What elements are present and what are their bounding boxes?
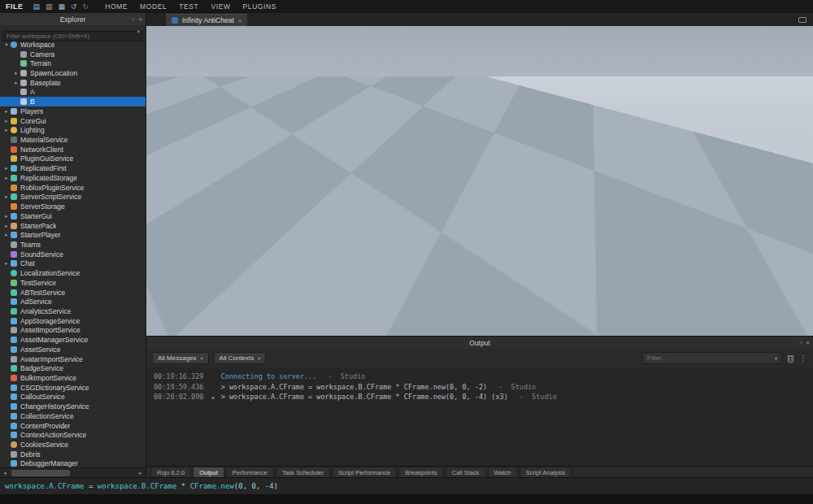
scrollbar-thumb[interactable] (11, 470, 70, 476)
tree-item-contextactionservice[interactable]: ContextActionService (0, 430, 146, 440)
menu-view[interactable]: VIEW (211, 2, 230, 11)
tree-item-csgdictionaryservice[interactable]: CSGDictionaryService (0, 383, 146, 393)
tree-item-adservice[interactable]: AdService (0, 297, 146, 306)
explorer-filter-input[interactable] (2, 31, 143, 41)
tab-place[interactable]: Infinity AntiCheat × (166, 14, 247, 26)
scroll-right-icon[interactable]: ▸ (136, 470, 146, 476)
tree-item-analyticsservice[interactable]: AnalyticsService (0, 306, 146, 316)
gizmo-center-handle[interactable] (434, 214, 439, 219)
tree-item-localizationservice[interactable]: LocalizationService (0, 268, 146, 278)
tree-item-baseplate[interactable]: ▸Baseplate (0, 78, 146, 88)
viewport-3d[interactable]: R (146, 26, 813, 336)
tree-item-pluginguiservice[interactable]: PluginGuiService (0, 154, 146, 164)
chevron-right-icon[interactable]: ▸ (2, 223, 11, 229)
scrollbar-track[interactable] (10, 468, 136, 477)
tree-item-starterpack[interactable]: ▸StarterPack (0, 221, 146, 231)
chevron-right-icon[interactable]: ▸ (12, 80, 20, 86)
tree-item-players[interactable]: ▸Players (0, 106, 146, 116)
command-bar[interactable]: workspace.A.CFrame = workspace.B.CFrame … (0, 477, 813, 494)
tree-item-debris[interactable]: Debris (0, 450, 146, 459)
undo-icon[interactable]: ↺ (71, 3, 77, 11)
tree-item-camera[interactable]: Camera (0, 50, 146, 59)
tree-item-abtestservice[interactable]: ABTestService (0, 288, 146, 298)
tree-item-a[interactable]: A (0, 88, 146, 98)
tree-item-appstorageservice[interactable]: AppStorageService (0, 316, 146, 326)
tree-item-startergui[interactable]: ▸StarterGui (0, 211, 146, 221)
chevron-down-icon[interactable]: ▾ (2, 41, 11, 48)
chevron-right-icon[interactable]: ▸ (2, 193, 11, 200)
output-log[interactable]: 00:19:16.329 Connecting to server...- St… (146, 367, 813, 466)
tree-item-testservice[interactable]: TestService (0, 278, 146, 288)
menu-home[interactable]: HOME (105, 2, 128, 11)
menu-test[interactable]: TEST (179, 2, 198, 11)
tree-item-spawnlocation[interactable]: ▸SpawnLocation (0, 68, 146, 78)
tree-item-serverscriptservice[interactable]: ▸ServerScriptService (0, 193, 146, 202)
tree-item-changehistoryservice[interactable]: ChangeHistoryService (0, 402, 146, 411)
file-menu[interactable]: FILE (6, 2, 24, 11)
menu-plugins[interactable]: PLUGINS (243, 2, 277, 11)
tree-item-assetimportservice[interactable]: AssetImportService (0, 326, 146, 336)
chevron-right-icon[interactable]: ▸ (2, 127, 11, 133)
redo-icon[interactable]: ↻ (83, 3, 89, 11)
tree-item-lighting[interactable]: ▸Lighting (0, 125, 146, 135)
close-icon[interactable]: × (238, 17, 242, 24)
tree-item-networkclient[interactable]: NetworkClient (0, 145, 146, 154)
publish-icon[interactable]: ▥ (46, 3, 53, 11)
messages-filter-dropdown[interactable]: All Messages ▾ (152, 352, 209, 364)
tree-item-badgeservice[interactable]: BadgeService (0, 363, 146, 373)
chevron-right-icon[interactable]: ▸ (2, 118, 11, 124)
tree-item-coregui[interactable]: ▸CoreGui (0, 116, 146, 126)
pin-icon[interactable]: ▫ (799, 339, 802, 346)
pin-icon[interactable]: ▫ (132, 15, 134, 23)
chevron-down-icon[interactable]: ▾ (775, 355, 777, 361)
output-options-button[interactable]: ⋮ (799, 354, 807, 363)
scroll-left-icon[interactable]: ◂ (0, 470, 10, 476)
tab-breakpoints[interactable]: Breakpoints (398, 467, 444, 477)
tab-script-analysis[interactable]: Script Analysis (520, 467, 572, 477)
chevron-right-icon[interactable]: ▸ (2, 108, 11, 115)
chevron-right-icon[interactable]: ▸ (12, 70, 20, 76)
chevron-right-icon[interactable]: ▸ (2, 260, 11, 267)
tree-item-serverstorage[interactable]: ServerStorage (0, 202, 146, 211)
tree-item-contentprovider[interactable]: ContentProvider (0, 421, 146, 431)
menu-model[interactable]: MODEL (140, 2, 167, 11)
tree-item-chat[interactable]: ▸Chat (0, 259, 146, 269)
tree-item-robloxpluginservice[interactable]: RobloxPluginService (0, 183, 146, 193)
output-filter-input[interactable] (647, 354, 772, 362)
expand-arrow-icon[interactable]: ▶ (212, 393, 221, 403)
tree-item-soundservice[interactable]: SoundService (0, 250, 146, 259)
tree-item-terrain[interactable]: Terrain (0, 59, 146, 68)
tree-item-collectionservice[interactable]: CollectionService (0, 411, 146, 421)
float-window-icon[interactable] (798, 17, 806, 23)
tree-item-debuggermanager[interactable]: DebuggerManager (0, 459, 146, 467)
tab-rojo-6-2-0[interactable]: Rojo 6.2.0 (150, 467, 191, 477)
close-icon[interactable]: × (138, 15, 142, 23)
contexts-filter-dropdown[interactable]: All Contexts ▾ (214, 352, 267, 364)
explorer-horizontal-scrollbar[interactable]: ◂ ▸ (0, 467, 146, 477)
chevron-right-icon[interactable]: ▸ (2, 175, 11, 181)
chevron-right-icon[interactable]: ▸ (2, 165, 11, 172)
tab-task-scheduler[interactable]: Task Scheduler (276, 467, 330, 477)
close-icon[interactable]: × (806, 339, 810, 346)
chevron-right-icon[interactable]: ▸ (2, 232, 11, 238)
tree-item-assetservice[interactable]: AssetService (0, 345, 146, 354)
tree-item-replicatedstorage[interactable]: ▸ReplicatedStorage (0, 173, 146, 183)
chevron-down-icon[interactable]: ▾ (137, 28, 140, 35)
chevron-right-icon[interactable]: ▸ (2, 213, 11, 219)
paste-icon[interactable]: ▦ (59, 3, 66, 11)
tab-performance[interactable]: Performance (226, 467, 274, 477)
tree-item-b[interactable]: B (0, 97, 146, 106)
tree-item-materialservice[interactable]: MaterialService (0, 135, 146, 145)
tab-output[interactable]: Output (193, 467, 224, 477)
tree-item-calloutservice[interactable]: CalloutService (0, 393, 146, 402)
clear-output-button[interactable] (787, 354, 794, 363)
tab-script-performance[interactable]: Script Performance (332, 467, 397, 477)
tree-item-replicatedfirst[interactable]: ▸ReplicatedFirst (0, 163, 146, 173)
tree-item-teams[interactable]: Teams (0, 240, 146, 250)
tab-call-stack[interactable]: Call Stack (446, 467, 486, 477)
tree-item-assetmanagerservice[interactable]: AssetManagerService (0, 335, 146, 345)
tree-item-starterplayer[interactable]: ▸StarterPlayer (0, 230, 146, 240)
tree-item-avatarimportservice[interactable]: AvatarImportService (0, 354, 146, 364)
save-icon[interactable]: ▤ (33, 3, 41, 11)
tree-item-cookiesservice[interactable]: CookiesService (0, 440, 146, 450)
